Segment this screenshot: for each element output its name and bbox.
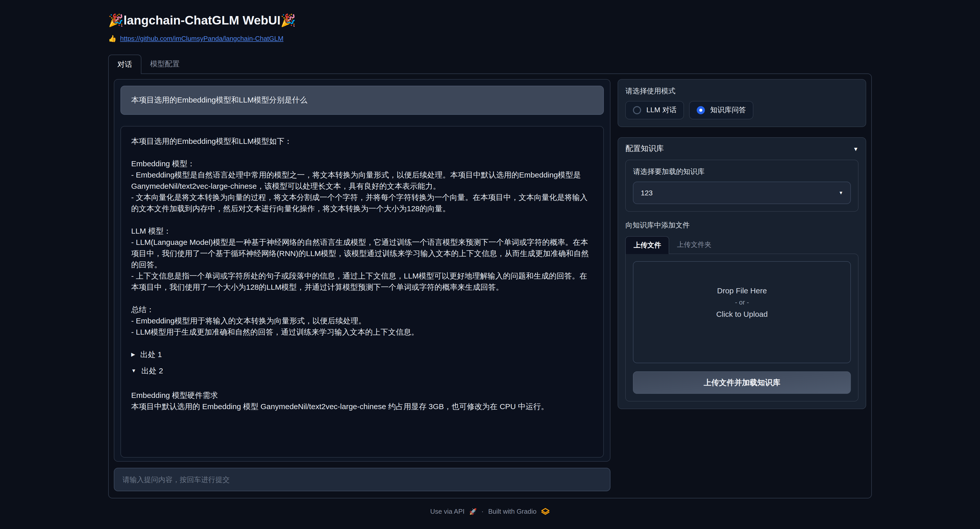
add-files-label: 向知识库中添加文件 — [625, 221, 859, 230]
radio-unselected-icon — [633, 106, 641, 114]
user-message-bubble: 本项目选用的Embedding模型和LLM模型分别是什么 — [121, 86, 604, 114]
upload-and-load-kb-button[interactable]: 上传文件并加载知识库 — [633, 372, 851, 394]
kb-dropdown-value: 123 — [641, 189, 653, 197]
gradio-logo-icon — [541, 508, 550, 515]
mode-panel: 请选择使用模式 LLM 对话 知识库问答 — [618, 79, 866, 127]
source-2-content: Embedding 模型硬件需求 本项目中默认选用的 Embedding 模型 … — [131, 390, 593, 412]
bot-paragraph: Embedding 模型： - Embedding模型是自然语言处理中常用的模型… — [131, 158, 593, 214]
upload-tab-panel: Drop File Here - or - Click to Upload 上传… — [625, 254, 859, 402]
file-dropzone[interactable]: Drop File Here - or - Click to Upload — [633, 261, 851, 363]
source-1-label: 出处 1 — [140, 349, 162, 360]
expanded-arrow-icon: ▼ — [131, 367, 136, 375]
source-2-toggle[interactable]: ▼ 出处 2 — [131, 365, 593, 377]
bot-message-bubble: 本项目选用的Embedding模型和LLM模型如下： Embedding 模型：… — [121, 126, 604, 458]
source-1-toggle[interactable]: ▶ 出处 1 — [131, 349, 593, 360]
tab-upload-folder[interactable]: 上传文件夹 — [670, 236, 719, 254]
collapsed-arrow-icon: ▶ — [131, 351, 135, 358]
dropzone-line2: - or - — [735, 298, 749, 306]
radio-llm-chat[interactable]: LLM 对话 — [625, 101, 684, 119]
bot-paragraph: 本项目选用的Embedding模型和LLM模型如下： — [131, 135, 593, 147]
mode-radio-group: LLM 对话 知识库问答 — [625, 101, 859, 119]
kb-panel-header[interactable]: 配置知识库 ▼ — [625, 144, 859, 154]
tab-model-config[interactable]: 模型配置 — [142, 55, 188, 73]
radio-knowledge-qa[interactable]: 知识库问答 — [689, 101, 754, 119]
thumbs-up-icon: 👍 — [108, 35, 116, 42]
mode-panel-label: 请选择使用模式 — [625, 87, 859, 96]
app-root: 🎉langchain-ChatGLM WebUI🎉 👍 https://gith… — [0, 0, 980, 529]
radio-selected-icon — [697, 106, 705, 114]
kb-select-box: 请选择要加载的知识库 123 ▼ — [625, 160, 859, 212]
chat-input[interactable] — [114, 468, 611, 491]
main-tabnav: 对话 模型配置 — [108, 55, 872, 73]
dropdown-caret-icon: ▼ — [838, 190, 843, 195]
bot-paragraph: LLM 模型： - LLM(Language Model)模型是一种基于神经网络… — [131, 226, 593, 293]
use-via-api-link[interactable]: Use via API — [430, 508, 465, 515]
footer-separator: · — [481, 508, 484, 515]
radio-llm-chat-label: LLM 对话 — [646, 106, 676, 115]
radio-knowledge-qa-label: 知识库问答 — [710, 106, 746, 115]
tab-upload-file[interactable]: 上传文件 — [625, 236, 670, 254]
settings-column: 请选择使用模式 LLM 对话 知识库问答 配置知识库 — [618, 79, 866, 493]
repo-link[interactable]: https://github.com/imClumsyPanda/langcha… — [120, 35, 283, 42]
repo-row: 👍 https://github.com/imClumsyPanda/langc… — [108, 35, 872, 42]
collapse-icon: ▼ — [853, 146, 859, 152]
kb-select-label: 请选择要加载的知识库 — [633, 167, 851, 176]
dropzone-line1: Drop File Here — [717, 286, 767, 295]
kb-dropdown[interactable]: 123 ▼ — [633, 182, 851, 204]
footer: Use via API 🚀 · Built with Gradio — [108, 508, 872, 515]
upload-tabnav: 上传文件 上传文件夹 — [625, 236, 859, 254]
dropzone-line3: Click to Upload — [716, 310, 768, 318]
chat-tab-panel: 本项目选用的Embedding模型和LLM模型分别是什么 本项目选用的Embed… — [108, 73, 872, 499]
page-title: 🎉langchain-ChatGLM WebUI🎉 — [108, 13, 872, 27]
kb-panel-title: 配置知识库 — [625, 144, 664, 154]
tab-chat[interactable]: 对话 — [108, 55, 142, 74]
source-2-label: 出处 2 — [142, 365, 163, 377]
main-container: 🎉langchain-ChatGLM WebUI🎉 👍 https://gith… — [108, 0, 872, 515]
built-with-gradio-link[interactable]: Built with Gradio — [488, 508, 536, 515]
bot-paragraph: 总结： - Embedding模型用于将输入的文本转换为向量形式，以便后续处理。… — [131, 304, 593, 338]
chat-column: 本项目选用的Embedding模型和LLM模型分别是什么 本项目选用的Embed… — [114, 79, 611, 493]
rocket-icon: 🚀 — [469, 508, 477, 515]
chatbot-window[interactable]: 本项目选用的Embedding模型和LLM模型分别是什么 本项目选用的Embed… — [114, 79, 611, 462]
knowledge-base-panel: 配置知识库 ▼ 请选择要加载的知识库 123 ▼ 向知识库中添加文件 上传文 — [618, 137, 866, 409]
